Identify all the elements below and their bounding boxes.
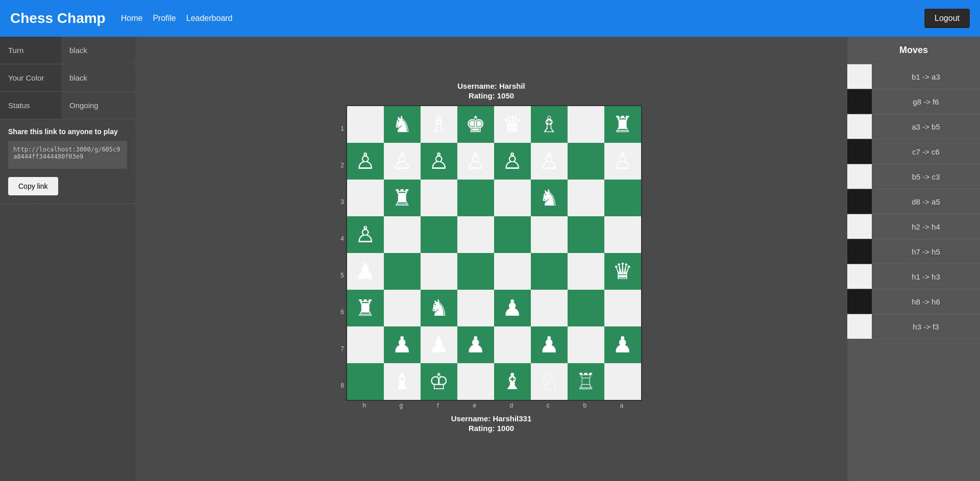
board-cell[interactable]: ♛	[604, 253, 641, 290]
chess-piece: ♘	[539, 368, 559, 394]
board-cell[interactable]	[347, 106, 384, 143]
board-cell[interactable]	[457, 216, 494, 253]
board-cell[interactable]	[531, 290, 568, 326]
move-notation: b5 -> c3	[872, 165, 980, 188]
move-row: c7 -> c6	[847, 139, 980, 164]
col-labels: h g f e d c b a	[346, 402, 642, 409]
board-cell[interactable]	[494, 326, 531, 363]
board-cell[interactable]	[568, 326, 604, 363]
move-notation: h8 -> h6	[872, 290, 980, 313]
board-cell[interactable]: ♝	[494, 363, 531, 400]
board-cell[interactable]	[531, 253, 568, 290]
moves-panel: Moves b1 -> a3g8 -> f6a3 -> b5c7 -> c6b5…	[847, 37, 980, 481]
board-cell[interactable]: ♞	[384, 106, 421, 143]
top-player-info: Username: Harshil Rating: 1050	[457, 81, 525, 101]
board-cell[interactable]: ♙	[421, 143, 457, 180]
board-cell[interactable]	[457, 363, 494, 400]
nav-profile[interactable]: Profile	[153, 14, 176, 23]
board-cell[interactable]: ♗	[531, 106, 568, 143]
board-cell[interactable]: ♟	[347, 253, 384, 290]
board-cell[interactable]	[568, 106, 604, 143]
move-color-indicator	[847, 89, 872, 114]
board-cell[interactable]	[384, 290, 421, 326]
board-cell[interactable]: ♜	[347, 290, 384, 326]
board-cell[interactable]: ♝	[384, 363, 421, 400]
board-cell[interactable]: ♞	[421, 290, 457, 326]
chess-piece: ♛	[502, 111, 522, 137]
board-cell[interactable]: ♟	[531, 326, 568, 363]
board-cell[interactable]: ♙	[531, 143, 568, 180]
board-cell[interactable]: ♙	[604, 143, 641, 180]
row-labels: 1 2 3 4 5 6 7 8	[340, 110, 344, 404]
board-cell[interactable]	[421, 253, 457, 290]
move-row: b5 -> c3	[847, 164, 980, 189]
top-player-rating: Rating: 1050	[457, 91, 525, 100]
board-cell[interactable]: ♟	[421, 326, 457, 363]
chess-piece: ♙	[355, 221, 375, 247]
move-notation: h1 -> h3	[872, 265, 980, 288]
board-cell[interactable]: ♙	[494, 143, 531, 180]
chess-piece: ♟	[355, 258, 375, 284]
board-cell[interactable]: ♟	[604, 326, 641, 363]
board-cell[interactable]	[568, 143, 604, 180]
board-cell[interactable]: ♞	[531, 180, 568, 216]
chess-piece: ♖	[576, 368, 596, 394]
board-cell[interactable]	[347, 363, 384, 400]
chess-piece: ♙	[355, 148, 375, 174]
board-cell[interactable]	[457, 180, 494, 216]
move-row: h1 -> h3	[847, 264, 980, 289]
nav-leaderboard[interactable]: Leaderboard	[186, 14, 233, 23]
board-cell[interactable]: ♙	[384, 143, 421, 180]
board-cell[interactable]: ♜	[384, 180, 421, 216]
turn-row: Turn black	[0, 37, 135, 64]
board-cell[interactable]: ♗	[421, 106, 457, 143]
move-notation: d8 -> a5	[872, 190, 980, 213]
board-cell[interactable]: ♖	[568, 363, 604, 400]
move-color-indicator	[847, 114, 872, 139]
board-cell[interactable]	[604, 363, 641, 400]
board-cell[interactable]	[347, 180, 384, 216]
board-cell[interactable]	[604, 180, 641, 216]
board-cell[interactable]: ♘	[531, 363, 568, 400]
board-cell[interactable]	[347, 326, 384, 363]
board-cell[interactable]	[531, 216, 568, 253]
board-cell[interactable]	[384, 216, 421, 253]
board-cell[interactable]	[568, 253, 604, 290]
board-cell[interactable]	[494, 253, 531, 290]
nav-home[interactable]: Home	[121, 14, 143, 23]
board-cell[interactable]	[494, 180, 531, 216]
board-cell[interactable]: ♟	[494, 290, 531, 326]
board-cell[interactable]	[421, 180, 457, 216]
board-cell[interactable]	[457, 290, 494, 326]
board-cell[interactable]	[384, 253, 421, 290]
board-cell[interactable]: ♟	[457, 326, 494, 363]
board-cell[interactable]: ♔	[421, 363, 457, 400]
board-cell[interactable]	[568, 216, 604, 253]
chess-area: Username: Harshil Rating: 1050 1 2 3 4 5…	[135, 37, 847, 481]
chess-piece: ♟	[539, 332, 559, 358]
chess-piece: ♙	[539, 148, 559, 174]
chess-piece: ♗	[539, 111, 559, 137]
board-cell[interactable]: ♟	[384, 326, 421, 363]
move-row: h7 -> h5	[847, 239, 980, 264]
board-cell[interactable]: ♜	[604, 106, 641, 143]
board-cell[interactable]: ♚	[457, 106, 494, 143]
board-cell[interactable]: ♛	[494, 106, 531, 143]
copy-link-button[interactable]: Copy link	[8, 177, 58, 195]
top-player-username: Username: Harshil	[457, 82, 525, 90]
board-cell[interactable]	[457, 253, 494, 290]
board-cell[interactable]	[568, 180, 604, 216]
board-cell[interactable]	[604, 216, 641, 253]
move-color-indicator	[847, 289, 872, 314]
board-cell[interactable]: ♙	[347, 216, 384, 253]
board-cell[interactable]	[568, 290, 604, 326]
share-link-input[interactable]: http://localhost:3000/g/605c9a8444ff3444…	[8, 141, 127, 169]
board-cell[interactable]: ♙	[457, 143, 494, 180]
board-cell[interactable]	[604, 290, 641, 326]
chess-piece: ♟	[392, 332, 412, 358]
board-cell[interactable]	[494, 216, 531, 253]
board-cell[interactable]	[421, 216, 457, 253]
logout-button[interactable]: Logout	[924, 9, 970, 28]
main-layout: Turn black Your Color black Status Ongoi…	[0, 37, 980, 481]
board-cell[interactable]: ♙	[347, 143, 384, 180]
